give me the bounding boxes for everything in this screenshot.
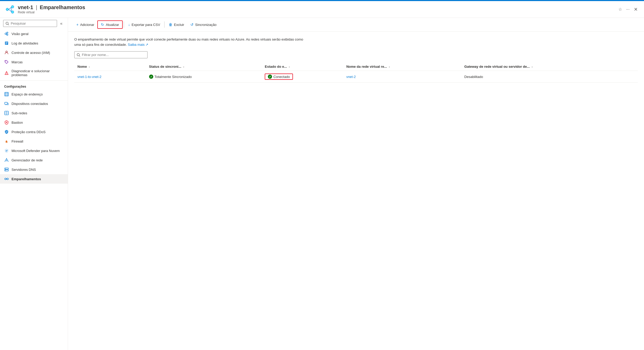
sort-estado-icon: ↕ [289,65,290,68]
bastion-label: Bastion [12,121,23,125]
col-nome[interactable]: Nome ↕ [74,63,146,71]
refresh-icon: ↻ [101,22,104,27]
main-content: + Adicionar ↻ Atualizar ↓ Exportar para … [68,18,644,350]
data-table: Nome ↕ Status de sincroni... ↕ Estado do… [74,63,638,83]
delete-button[interactable]: 🗑 Excluir [166,21,187,28]
svg-point-42 [5,168,6,169]
iam-icon [4,50,9,55]
resource-name: vnet-1 [18,4,33,10]
subnets-icon [4,111,9,115]
bastion-icon [4,120,9,125]
favorite-icon[interactable]: ☆ [617,6,623,13]
sidebar-search-row: « [0,18,68,29]
toolbar: + Adicionar ↻ Atualizar ↓ Exportar para … [68,18,644,32]
sidebar-item-firewall[interactable]: Firewall [0,137,68,146]
emparelhamentos-label: Emparelhamentos [12,177,41,181]
sidebar-item-servidores-dns[interactable]: Servidores DNS [0,165,68,174]
close-icon[interactable]: ✕ [633,5,639,13]
svg-point-43 [5,170,6,171]
diagnosticar-label: Diagnosticar e solucionar problemas [12,69,64,77]
sidebar-search-input[interactable] [3,20,57,27]
sidebar-item-microsoft-defender[interactable]: Microsoft Defender para Nuvem [0,146,68,155]
add-button[interactable]: + Adicionar [73,21,97,28]
col-status-sincroni[interactable]: Status de sincroni... ↕ [146,63,262,71]
sidebar-item-controle-acesso[interactable]: Controle de acesso (IAM) [0,48,68,57]
gerenciador-rede-label: Gerenciador de rede [12,158,43,162]
svg-point-18 [6,74,7,74]
sidebar-item-protecao-ddos[interactable]: Proteção contra DDoS [0,127,68,137]
visao-geral-icon [4,31,9,36]
status-sincronizacao-text: Totalmente Sincronizado [155,75,192,79]
table-row: vnet-1-to-vnet-2 Totalmente Sincronizado [74,71,638,83]
svg-line-3 [9,7,11,9]
col-rede-virtual[interactable]: Nome da rede virtual re... ↕ [343,63,461,71]
log-icon [4,41,9,46]
svg-rect-24 [5,102,7,104]
svg-point-45 [7,178,8,180]
table-body: vnet-1-to-vnet-2 Totalmente Sincronizado [74,71,638,83]
sidebar-item-espaco-endereco[interactable]: Espaço de endereço [0,89,68,99]
description-text: O emparelhamento de rede virtual permite… [74,37,310,47]
refresh-button[interactable]: ↻ Atualizar [97,20,123,29]
svg-rect-19 [5,92,8,96]
vnet2-link[interactable]: vnet-2 [346,75,356,79]
network-mgr-icon [4,158,9,162]
defender-icon [4,148,9,153]
sidebar-nav: Visão geral Log de atividades Controle d… [0,29,68,79]
vnet-icon [5,5,15,14]
filter-input[interactable] [74,51,148,58]
sidebar-item-visao-geral[interactable]: Visão geral [0,29,68,38]
svg-point-7 [7,32,8,33]
more-options-icon[interactable]: ··· [625,6,631,13]
svg-point-1 [11,5,14,8]
table-header: Nome ↕ Status de sincroni... ↕ Estado do… [74,63,638,71]
sidebar-item-sub-redes[interactable]: Sub-redes [0,108,68,118]
saiba-mais-link[interactable]: Saiba mais ↗ [128,43,149,47]
configuracoes-section-label: Configurações [0,82,68,89]
sync-button[interactable]: ↺ Sincronização [187,21,220,28]
export-csv-button[interactable]: ↓ Exportar para CSV [125,21,163,28]
sidebar-item-gerenciador-rede[interactable]: Gerenciador de rede [0,155,68,165]
col-estado-e[interactable]: Estado do e... ↕ [262,63,343,71]
page-title: Emparelhamentos [40,4,85,10]
estado-text: Conectado [273,75,290,79]
sidebar-item-marcas[interactable]: Marcas [0,57,68,67]
sidebar-item-diagnosticar[interactable]: Diagnosticar e solucionar problemas [0,67,68,79]
sidebar-item-bastion[interactable]: Bastion [0,118,68,127]
sidebar-item-emparelhamentos[interactable]: Emparelhamentos [0,174,68,184]
col-gateway[interactable]: Gateway de rede virtual ou servidor de..… [461,63,638,71]
sort-status-icon: ↕ [183,65,184,68]
svg-point-44 [5,178,6,180]
dispositivos-conectados-label: Dispositivos conectados [12,102,48,106]
controle-acesso-label: Controle de acesso (IAM) [12,51,50,55]
description-main: O emparelhamento de rede virtual permite… [74,37,303,47]
delete-icon: 🗑 [169,22,172,27]
vnet-peering-link[interactable]: vnet-1-to-vnet-2 [77,75,101,79]
svg-point-34 [6,158,7,159]
peerings-icon [4,177,9,181]
svg-line-38 [5,161,6,161]
svg-point-35 [5,161,5,162]
header: vnet-1 | Emparelhamentos Rede virtual ☆ … [0,1,644,18]
sync-icon: ↺ [190,22,194,27]
log-atividades-label: Log de atividades [12,41,38,45]
collapse-sidebar-button[interactable]: « [58,20,65,27]
content-area: O emparelhamento de rede virtual permite… [68,32,644,88]
sidebar-item-dispositivos-conectados[interactable]: Dispositivos conectados [0,99,68,108]
svg-point-2 [11,11,14,13]
protecao-ddos-label: Proteção contra DDoS [12,130,46,134]
marcas-label: Marcas [12,60,23,64]
delete-label: Excluir [174,23,184,27]
title-separator: | [36,4,37,10]
firewall-label: Firewall [12,139,23,143]
nav-divider-1 [0,80,68,81]
svg-point-36 [8,161,9,162]
sidebar-item-log-atividades[interactable]: Log de atividades [0,38,68,48]
svg-line-39 [7,161,8,161]
sync-label: Sincronização [195,23,217,27]
sidebar: « Visão geral Log de atividades [0,18,68,350]
svg-point-15 [6,51,7,53]
header-title-group: vnet-1 | Emparelhamentos Rede virtual [18,4,617,14]
espaco-endereco-label: Espaço de endereço [12,92,43,96]
cell-status-sincronizacao: Totalmente Sincronizado [146,71,262,83]
